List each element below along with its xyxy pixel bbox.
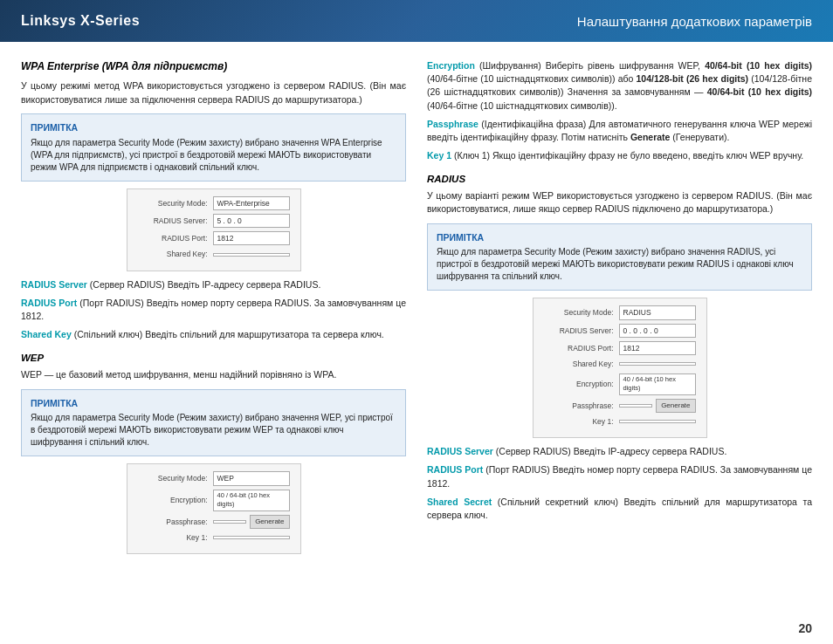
note-title-2: ПРИМІТКА [31,397,396,410]
rp-value-3: 1812 [619,341,696,355]
passphrase-term-right: Passphrase [427,119,478,129]
right-column: Encryption (Шифрування) Виберіть рівень … [427,59,812,635]
note-text-3: Якщо для параметра Security Mode (Режим … [437,246,802,283]
main-content: WPA Enterprise (WPA для підприємств) У ц… [0,42,833,644]
k1-value-2 [213,536,290,539]
enc-value-3: 40 / 64-bit (10 hex digits) [619,373,696,396]
sm-value-1: WPA-Enterprise [213,196,290,210]
k1-value-3 [619,420,696,423]
shared-key-text-left: (Спільний ключ) Введіть спільний для мар… [74,329,384,339]
page-header: Linksys X-Series Налаштування додаткових… [0,0,833,42]
radius-screenshot: Security Mode: RADIUS RADIUS Server: 0 .… [533,298,707,438]
rs-value-3: 0 . 0 . 0 . 0 [619,324,696,338]
left-column: WPA Enterprise (WPA для підприємств) У ц… [21,59,406,635]
wpa-enterprise-screenshot: Security Mode: WPA-Enterprise RADIUS Ser… [127,188,301,271]
pp-value-3 [619,404,653,408]
key1-term-right: Key 1 [427,150,451,161]
note-text-1: Якщо для параметра Security Mode (Режим … [31,137,396,174]
rs-label-1: RADIUS Server: [138,216,208,226]
sm-label-3: Security Mode: [544,307,614,318]
radius-server-term-left: RADIUS Server [21,279,87,290]
sk-value-1 [213,253,290,257]
shared-key-desc-left: Shared Key (Спільний ключ) Введіть спіль… [21,328,406,341]
encryption-term-right: Encryption [427,60,475,71]
radius-port-desc-left: RADIUS Port (Порт RADIUS) Введіть номер … [21,297,406,323]
radius-server-desc-left: RADIUS Server (Сервер RADIUS) Введіть IP… [21,278,406,291]
radius-server-term-right: RADIUS Server [427,446,493,456]
note-box-2: ПРИМІТКА Якщо для параметра Security Mod… [21,389,406,457]
radius-port-text-left: (Порт RADIUS) Введіть номер порту сервер… [21,298,406,321]
enc-label-3: Encryption: [544,379,614,389]
rp-label-3: RADIUS Port: [544,343,614,353]
rp-label-1: RADIUS Port: [138,233,208,243]
page-section-title: Налаштування додаткових параметрів [577,14,812,29]
shared-key-term-left: Shared Key [21,329,72,339]
page-number: 20 [798,621,812,635]
pp-label-2: Passphrase: [138,517,208,527]
note-title-3: ПРИМІТКА [437,231,802,244]
rs-label-3: RADIUS Server: [544,325,614,336]
pp-value-2 [213,520,247,524]
k1-label-3: Key 1: [544,416,614,427]
shared-secret-desc-right: Shared Secret (Спільний секретний ключ) … [427,496,812,522]
wep-title: WEP [21,351,406,366]
radius-server-text-left: (Сервер RADIUS) Введіть IP-адресу сервер… [90,279,321,290]
brand-title: Linksys X-Series [21,13,140,29]
radius-title-right: RADIUS [427,172,812,187]
rs-value-1: 5 . 0 . 0 [213,214,290,228]
radius-intro-right: У цьому варіанті режим WEP використовуєт… [427,189,812,216]
key1-text-right: (Ключ 1) Якщо ідентифікаційну фразу не б… [454,150,803,161]
sk-label-1: Shared Key: [138,249,208,259]
radius-port-term-right: RADIUS Port [427,464,483,475]
sm-label-2: Security Mode: [138,473,208,483]
wep-intro: WEP — це базовий метод шифрування, менш … [21,368,406,381]
sm-value-3: RADIUS [619,305,696,319]
shared-secret-term-right: Shared Secret [427,497,492,507]
radius-port-term-left: RADIUS Port [21,298,77,308]
generate-btn-left[interactable]: Generate [250,515,289,529]
enc-value-2: 40 / 64-bit (10 hex digits) [213,490,290,512]
note-box-1: ПРИМІТКА Якщо для параметра Security Mod… [21,113,406,182]
sk-label-3: Shared Key: [544,359,614,369]
radius-port-desc-right: RADIUS Port (Порт RADIUS) Введіть номер … [427,463,812,490]
radius-server-text-right: (Сервер RADIUS) Введіть IP-адресу сервер… [496,446,727,456]
generate-btn-right[interactable]: Generate [656,399,695,413]
note-box-3: ПРИМІТКА Якщо для параметра Security Mod… [427,223,812,291]
wep-screenshot: Security Mode: WEP Encryption: 40 / 64-b… [127,463,301,554]
sm-label-1: Security Mode: [138,198,208,209]
passphrase-desc-right: Passphrase (Ідентифікаційна фраза) Для а… [427,118,812,144]
wpa-enterprise-title: WPA Enterprise (WPA для підприємств) [21,59,406,74]
k1-label-2: Key 1: [138,532,208,543]
radius-port-text-right: (Порт RADIUS) Введіть номер порту сервер… [427,464,812,488]
note-title-1: ПРИМІТКА [31,121,396,134]
note-text-2: Якщо для параметра Security Mode (Режим … [31,412,396,449]
rp-value-1: 1812 [213,231,290,245]
sk-value-3 [619,362,696,366]
key1-desc-right: Key 1 (Ключ 1) Якщо ідентифікаційну фраз… [427,149,812,162]
pp-label-3: Passphrase: [544,401,614,411]
enc-label-2: Encryption: [138,495,208,505]
passphrase-text-right: (Ідентифікаційна фраза) Для автоматичног… [427,119,812,142]
radius-server-desc-right: RADIUS Server (Сервер RADIUS) Введіть IP… [427,445,812,458]
sm-value-2: WEP [213,471,290,485]
encryption-text-right: (Шифрування) Виберіть рівень шифрування … [427,60,812,111]
encryption-desc-right: Encryption (Шифрування) Виберіть рівень … [427,59,812,113]
wpa-enterprise-intro: У цьому режимі метод WPA використовуєтьс… [21,79,406,106]
